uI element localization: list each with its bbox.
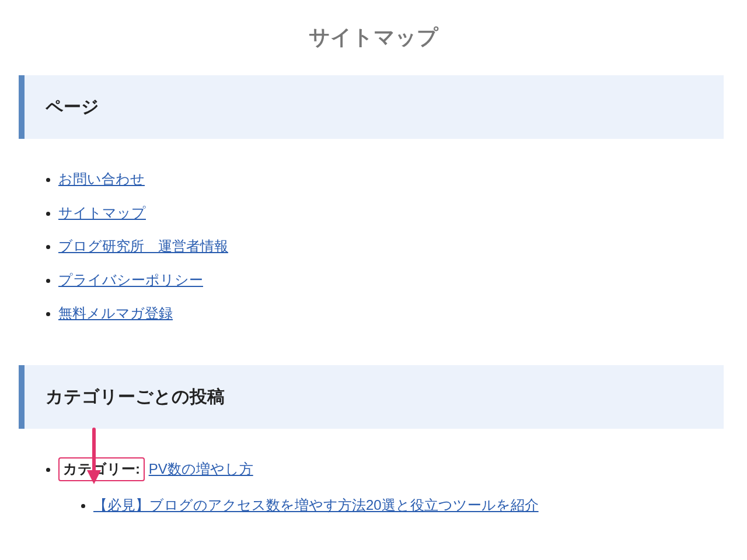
list-item: 無料メルマガ登録 — [58, 296, 724, 330]
post-link[interactable]: 【必見】ブログのアクセス数を増やす方法20選と役立つツールを紹介 — [93, 497, 539, 513]
list-item: サイトマップ — [58, 196, 724, 230]
category-list: カテゴリー: PV数の増やし方 【必見】ブログのアクセス数を増やす方法20選と役… — [23, 452, 724, 522]
list-item: お問い合わせ — [58, 162, 724, 196]
page-link-operator[interactable]: ブログ研究所 運営者情報 — [58, 238, 228, 254]
section-heading-pages: ページ — [19, 75, 724, 139]
category-label: カテゴリー: — [58, 457, 145, 481]
page-link-contact[interactable]: お問い合わせ — [58, 171, 145, 187]
page-link-privacy[interactable]: プライバシーポリシー — [58, 272, 203, 288]
list-item: ブログ研究所 運営者情報 — [58, 229, 724, 263]
category-link[interactable]: PV数の増やし方 — [149, 461, 253, 477]
post-item: 【必見】ブログのアクセス数を増やす方法20選と役立つツールを紹介 — [93, 488, 724, 522]
page-link-sitemap[interactable]: サイトマップ — [58, 205, 146, 220]
list-item: プライバシーポリシー — [58, 263, 724, 297]
page-title: サイトマップ — [23, 23, 724, 52]
pages-list: お問い合わせ サイトマップ ブログ研究所 運営者情報 プライバシーポリシー 無料… — [23, 162, 724, 330]
category-item: カテゴリー: PV数の増やし方 【必見】ブログのアクセス数を増やす方法20選と役… — [58, 452, 724, 522]
section-heading-posts: カテゴリーごとの投稿 — [19, 365, 724, 429]
post-list: 【必見】ブログのアクセス数を増やす方法20選と役立つツールを紹介 — [58, 488, 724, 522]
page-link-mailmag[interactable]: 無料メルマガ登録 — [58, 305, 173, 321]
